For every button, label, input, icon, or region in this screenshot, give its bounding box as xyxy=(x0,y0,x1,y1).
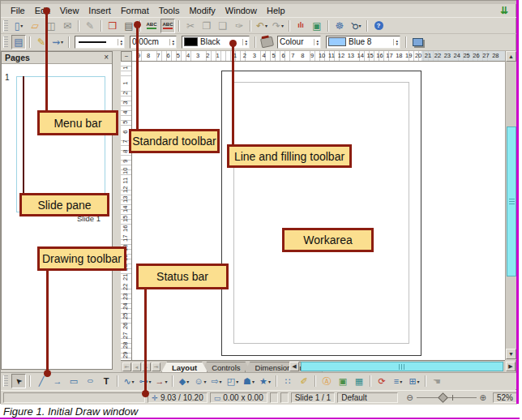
interaction-icon[interactable]: ☚ xyxy=(430,374,444,388)
zoom-slider[interactable]: ⊖ ⊕ xyxy=(406,393,486,402)
slide-indicator[interactable]: Slide 1 / 1 xyxy=(291,392,335,403)
copy-icon[interactable]: ❐ xyxy=(199,19,214,33)
paste-icon[interactable]: ❑ xyxy=(216,19,230,33)
vertical-scroll-thumb[interactable] xyxy=(507,126,516,276)
rectangle-icon[interactable]: ▭ xyxy=(66,374,81,388)
dropdown-arrow-icon[interactable]: ▾ xyxy=(20,23,23,28)
format-paintbrush-icon[interactable]: ✑ xyxy=(232,19,246,33)
pane-splitter[interactable] xyxy=(113,51,121,370)
menu-insert[interactable]: Insert xyxy=(83,5,116,16)
ellipse-icon[interactable]: ○ xyxy=(83,374,97,388)
navigator-icon[interactable]: ☸ xyxy=(332,19,347,33)
curve-icon[interactable]: ∿▾ xyxy=(122,374,136,388)
select-icon[interactable]: ➤ xyxy=(11,374,26,388)
dropdown-arrow-icon[interactable]: ▾ xyxy=(61,39,63,45)
edit-file-icon[interactable]: ✎ xyxy=(83,19,97,33)
dropdown-arrow-icon[interactable]: ▾ xyxy=(220,379,222,384)
line-style-combo[interactable]: ▴▾ xyxy=(75,36,125,49)
toolbar-grip[interactable] xyxy=(3,375,8,387)
callouts-icon[interactable]: ☗▾ xyxy=(242,374,256,388)
from-file-icon[interactable]: ▣ xyxy=(336,374,350,388)
redo-icon[interactable]: ↷▾ xyxy=(271,19,285,33)
dropdown-arrow-icon[interactable]: ▾ xyxy=(204,379,207,384)
dropdown-arrow-icon[interactable]: ▾ xyxy=(252,379,255,384)
undo-icon[interactable]: ↶▾ xyxy=(255,19,269,33)
first-slide-button[interactable]: ⇤ xyxy=(122,362,131,371)
export-pdf-icon[interactable]: ❒ xyxy=(105,19,120,33)
stars-icon[interactable]: ★▾ xyxy=(258,374,272,388)
toolbar-grip[interactable] xyxy=(3,36,8,48)
dropdown-arrow-icon[interactable]: ▾ xyxy=(148,379,151,384)
arrange-icon[interactable]: ⊞▾ xyxy=(407,374,421,388)
workarea-canvas[interactable] xyxy=(132,62,505,360)
symbol-shapes-icon[interactable]: ☺▾ xyxy=(193,374,208,388)
last-slide-button[interactable]: ⇥ xyxy=(152,362,160,371)
zoom-in-button[interactable]: ⊕ xyxy=(480,393,486,402)
vertical-scrollbar[interactable]: ▲ ▼ xyxy=(505,51,517,360)
gallery-icon[interactable]: ▣ xyxy=(310,19,324,33)
tab-controls[interactable]: Controls xyxy=(201,362,250,372)
dropdown-arrow-icon[interactable]: ▾ xyxy=(400,379,402,384)
area-style-icon[interactable] xyxy=(259,35,274,49)
spinner-icon[interactable]: ▴▾ xyxy=(169,39,174,45)
cut-icon[interactable]: ✂ xyxy=(183,19,198,33)
horizontal-ruler[interactable]: 9876543211234567891011121314151617181920… xyxy=(132,51,505,62)
help-icon[interactable] xyxy=(371,19,386,33)
spinner-icon[interactable]: ▴▾ xyxy=(118,39,122,45)
menu-modify[interactable]: Modify xyxy=(184,5,220,16)
spinner-icon[interactable]: ▴▾ xyxy=(314,39,319,45)
zoom-percent-field[interactable]: 52% xyxy=(493,392,517,403)
fill-type-combo[interactable]: Colour ▴▾ xyxy=(277,36,321,49)
toolbar-grip[interactable] xyxy=(3,20,8,32)
dropdown-arrow-icon[interactable]: ▾ xyxy=(132,379,135,384)
menu-help[interactable]: Help xyxy=(262,5,290,16)
text-icon[interactable]: T xyxy=(99,374,113,388)
close-icon[interactable]: × xyxy=(104,54,109,62)
spinner-icon[interactable]: ▴▾ xyxy=(242,39,247,45)
vertical-ruler[interactable]: 1123456789101112131415161718192021222324… xyxy=(121,62,132,360)
horizontal-scroll-thumb[interactable] xyxy=(301,362,503,371)
scroll-right-button[interactable]: ▶ xyxy=(506,362,516,371)
email-icon[interactable]: ✉ xyxy=(60,19,75,33)
update-available-icon[interactable]: ⇊ xyxy=(500,5,508,16)
dropdown-arrow-icon[interactable]: ▾ xyxy=(281,23,284,28)
menu-view[interactable]: View xyxy=(55,5,84,16)
line-color-combo[interactable]: Black ▴▾ xyxy=(182,36,250,49)
scroll-up-button[interactable]: ▲ xyxy=(506,51,516,62)
alignment-icon[interactable]: ≡▾ xyxy=(391,374,405,388)
open-icon[interactable]: ▱ xyxy=(28,19,42,33)
zoom-slider-track[interactable] xyxy=(417,397,477,398)
dropdown-arrow-icon[interactable]: ▾ xyxy=(417,379,420,384)
gallery-icon-drawing[interactable]: ▦ xyxy=(352,374,366,388)
flowchart-icon[interactable]: ◰▾ xyxy=(225,374,240,388)
menu-format[interactable]: Format xyxy=(116,5,154,16)
scroll-left-button[interactable]: ◀ xyxy=(289,362,299,371)
chart-icon[interactable]: ılı xyxy=(293,19,308,33)
arrow-icon[interactable]: → xyxy=(50,374,65,388)
zoom-slider-thumb[interactable] xyxy=(438,392,448,403)
fontwork-icon[interactable]: Ⓐ xyxy=(319,374,334,388)
basic-shapes-icon[interactable]: ◆▾ xyxy=(177,374,191,388)
tab-layout[interactable]: Layout xyxy=(161,362,208,372)
lines-arrows-icon[interactable]: →▾ xyxy=(154,374,169,388)
autospellcheck-icon[interactable] xyxy=(160,19,175,33)
dropdown-arrow-icon[interactable]: ▾ xyxy=(265,23,267,28)
menu-tools[interactable]: Tools xyxy=(154,5,185,16)
menu-window[interactable]: Window xyxy=(220,5,262,16)
fill-color-combo[interactable]: Blue 8 ▴▾ xyxy=(326,36,400,49)
shadow-icon[interactable] xyxy=(410,35,425,49)
zoom-out-button[interactable]: ⊖ xyxy=(406,393,413,402)
slide-thumbnail[interactable] xyxy=(16,76,105,212)
edit-points-icon[interactable]: ∷ xyxy=(280,374,295,388)
rotate-icon[interactable]: ⟳ xyxy=(374,374,389,388)
prev-slide-button[interactable]: ◂ xyxy=(132,362,141,371)
scroll-down-button[interactable]: ▼ xyxy=(506,349,516,359)
ruler-corner-button[interactable]: − xyxy=(121,51,132,62)
block-arrows-icon[interactable]: ⇨▾ xyxy=(209,374,224,388)
menu-file[interactable]: File xyxy=(6,5,30,16)
dropdown-arrow-icon[interactable]: ▾ xyxy=(186,379,189,384)
page[interactable] xyxy=(221,71,421,356)
spellcheck-icon[interactable] xyxy=(144,19,159,33)
styles-formatting-icon[interactable]: ▤ xyxy=(11,35,26,49)
dropdown-arrow-icon[interactable]: ▾ xyxy=(165,379,167,384)
